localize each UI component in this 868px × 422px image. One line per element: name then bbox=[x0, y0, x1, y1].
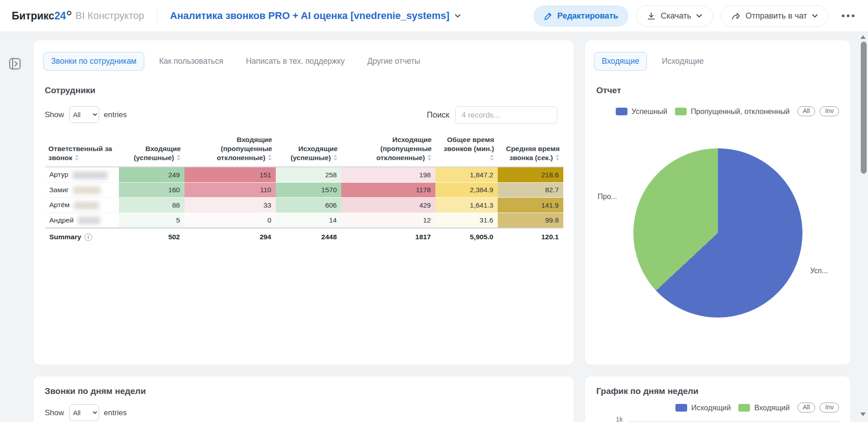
column-header[interactable]: Входящие (пропущенные отклоненные) bbox=[184, 133, 276, 167]
report-heading: Отчет bbox=[596, 85, 621, 95]
table-cell: 31.6 bbox=[435, 213, 498, 228]
column-header[interactable]: Входящие (успешные) bbox=[119, 133, 184, 167]
info-icon[interactable]: i bbox=[85, 233, 92, 241]
show-label-2: Show bbox=[45, 408, 64, 417]
sort-icon[interactable] bbox=[490, 155, 494, 161]
table-cell: 249 bbox=[119, 167, 184, 182]
scrollbar-down-arrow[interactable] bbox=[860, 413, 866, 416]
pie-slice-label-missed: Про... bbox=[598, 193, 617, 201]
sort-icon[interactable] bbox=[268, 155, 272, 161]
legend-swatch-success bbox=[616, 108, 627, 115]
table-cell: 1,847.2 bbox=[435, 167, 498, 182]
table-cell: 151 bbox=[184, 167, 276, 182]
table-cell: 99.8 bbox=[498, 213, 563, 228]
table-cell: 33 bbox=[184, 198, 276, 213]
legend-item-missed[interactable]: Пропущенный, отклоненный bbox=[675, 107, 790, 116]
scrollbar-up-arrow[interactable] bbox=[860, 35, 866, 39]
table-cell: 14 bbox=[276, 213, 341, 228]
legend-all-button-2[interactable]: All bbox=[797, 403, 816, 413]
page-size-control: Show All entries bbox=[45, 106, 127, 123]
logo-suffix: BI Конструктор bbox=[75, 10, 144, 22]
table-row: Замиг160110157011782,384.982.7 bbox=[45, 182, 563, 197]
summary-value-cell: 5,905.0 bbox=[435, 228, 498, 246]
table-cell: 2,384.9 bbox=[435, 182, 498, 197]
employees-table: Ответственный за звонокВходящие (успешны… bbox=[45, 133, 563, 246]
weekday-chart-heading: График по дням недели bbox=[596, 386, 698, 396]
legend-label-incoming: Входящий bbox=[754, 403, 789, 412]
download-button-label: Скачать bbox=[660, 11, 691, 21]
app-header: Битрикс24 BI Конструктор Аналитика звонк… bbox=[0, 0, 868, 32]
table-cell: 218.6 bbox=[498, 167, 563, 182]
column-header[interactable]: Исходящие (успешные) bbox=[276, 133, 341, 167]
entries-label: entries bbox=[104, 110, 127, 119]
scrollbar-thumb[interactable] bbox=[861, 42, 867, 174]
legend-swatch-outgoing bbox=[675, 404, 687, 412]
pie-chart[interactable] bbox=[633, 148, 802, 318]
table-cell: 198 bbox=[341, 167, 435, 182]
blurred-surname bbox=[74, 202, 99, 209]
column-header[interactable]: Исходящие (пропущенные отклоненные) bbox=[341, 133, 435, 167]
title-dropdown-chevron-icon[interactable] bbox=[455, 14, 461, 18]
blurred-surname bbox=[73, 186, 101, 194]
send-chevron-icon bbox=[812, 14, 818, 18]
legend-item-outgoing[interactable]: Исходящий bbox=[675, 403, 731, 412]
search-input[interactable] bbox=[455, 106, 557, 124]
legend-swatch-incoming bbox=[738, 404, 750, 412]
employees-heading: Сотрудники bbox=[45, 85, 95, 95]
tab-how-to-use[interactable]: Как пользоваться bbox=[151, 52, 231, 71]
table-cell: 0 bbox=[184, 213, 276, 228]
employee-name-cell: Артур bbox=[45, 167, 119, 182]
tab-incoming[interactable]: Входящие bbox=[594, 52, 647, 71]
summary-value-cell: 502 bbox=[119, 228, 184, 246]
legend-all-button[interactable]: All bbox=[797, 106, 816, 116]
more-menu-button[interactable] bbox=[840, 12, 856, 20]
download-icon bbox=[647, 12, 656, 20]
tab-calls-by-employees[interactable]: Звонки по сотрудникам bbox=[43, 52, 144, 71]
table-cell: 258 bbox=[276, 167, 341, 182]
download-button[interactable]: Скачать bbox=[636, 5, 713, 27]
sort-icon[interactable] bbox=[333, 155, 338, 161]
table-cell: 82.7 bbox=[498, 182, 563, 197]
column-header[interactable]: Общее время звонков (мин.) bbox=[435, 133, 498, 167]
table-row: Андрей50141231.699.8 bbox=[45, 213, 563, 228]
column-header[interactable]: Ответственный за звонок bbox=[45, 133, 119, 167]
tab-write-support[interactable]: Написать в тех. поддержку bbox=[238, 52, 353, 71]
weekday-chart-card: График по дням недели Исходящий Входящий… bbox=[585, 376, 851, 422]
legend-label-missed: Пропущенный, отклоненный bbox=[691, 107, 790, 116]
tab-outgoing[interactable]: Исходящие bbox=[654, 52, 712, 71]
bar-legend: Исходящий Входящий All Inv bbox=[675, 403, 839, 413]
table-search: Поиск bbox=[427, 106, 557, 124]
table-cell: 429 bbox=[341, 198, 435, 213]
table-cell: 606 bbox=[276, 198, 341, 213]
sort-icon[interactable] bbox=[75, 155, 79, 161]
logo-text-24: 24 bbox=[54, 10, 66, 22]
table-row: Артём88336064291,641.3141.9 bbox=[45, 198, 563, 213]
send-to-chat-button[interactable]: Отправить в чат bbox=[721, 5, 829, 27]
legend-inv-button[interactable]: Inv bbox=[820, 106, 839, 116]
calls-by-weekday-heading: Звонки по дням недели bbox=[45, 386, 146, 396]
legend-inv-button-2[interactable]: Inv bbox=[820, 403, 839, 413]
sort-icon[interactable] bbox=[555, 155, 560, 161]
report-tabs: Звонки по сотрудникам Как пользоваться Н… bbox=[43, 52, 428, 71]
legend-item-success[interactable]: Успешный bbox=[616, 107, 667, 116]
legend-item-incoming[interactable]: Входящий bbox=[738, 403, 789, 412]
entries-label-2: entries bbox=[104, 408, 127, 417]
column-header[interactable]: Средняя время звонка (сек.) bbox=[498, 133, 563, 167]
table-cell: 1570 bbox=[276, 182, 341, 197]
tab-other-reports[interactable]: Другие отчеты bbox=[359, 52, 428, 71]
summary-label-cell: Summaryi bbox=[45, 228, 119, 246]
pencil-icon bbox=[544, 12, 552, 20]
page-size-select[interactable]: All bbox=[69, 106, 99, 123]
bitrix24-logo: Битрикс24 BI Конструктор bbox=[12, 10, 144, 22]
summary-value-cell: 294 bbox=[184, 228, 276, 246]
edit-button[interactable]: Редактировать bbox=[533, 5, 629, 27]
send-to-chat-label: Отправить в чат bbox=[745, 11, 807, 21]
sort-icon[interactable] bbox=[427, 155, 432, 161]
table-cell: 141.9 bbox=[498, 198, 563, 213]
page-size-select-2[interactable]: All bbox=[69, 404, 99, 421]
sort-icon[interactable] bbox=[176, 155, 181, 161]
dashboard-title[interactable]: Аналитика звонков PRO + AI оценка [vnedr… bbox=[170, 10, 449, 22]
sidebar-expand-icon[interactable] bbox=[9, 58, 21, 70]
download-chevron-icon bbox=[696, 14, 702, 18]
calls-by-weekday-card: Звонки по дням недели Show All entries bbox=[33, 376, 574, 422]
